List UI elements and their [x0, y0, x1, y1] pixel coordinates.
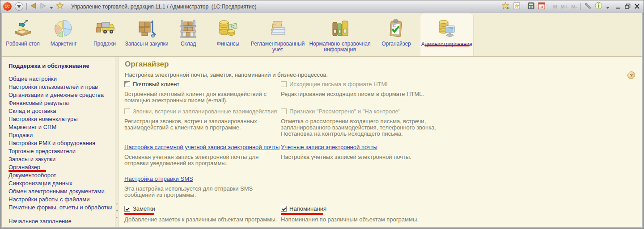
sidebar-item-edi[interactable]: Обмен электронными документами: [8, 187, 105, 196]
window-title: Управление торговлей, редакция 11.1 / Ад…: [71, 4, 256, 10]
help-button[interactable]: ?: [627, 71, 635, 79]
tab-warehouse[interactable]: Склад: [169, 13, 208, 56]
minimize-button[interactable]: [616, 3, 621, 11]
mail-client-checkbox[interactable]: Почтовый клиент: [124, 81, 179, 87]
sidebar-item-data-sync[interactable]: Синхронизация данных: [8, 179, 72, 187]
sidebar-item-trade-reps[interactable]: Торговые представители: [8, 147, 76, 155]
tab-master-data[interactable]: Нормативно-справочная информация: [307, 13, 373, 56]
sidebar-item-initial-filling[interactable]: Начальное заполнение: [8, 218, 72, 225]
tab-label: Маркетинг: [51, 41, 76, 47]
checkbox-icon: [124, 108, 130, 114]
folder-documents-icon: [267, 18, 288, 39]
reminders-description: Напоминания по различным объектам програ…: [281, 217, 456, 223]
sidebar-item-user-settings[interactable]: Настройки пользователей и прав: [8, 83, 98, 91]
sidebar-item-document-flow[interactable]: Документооборот: [8, 171, 56, 179]
service-wrench-icon[interactable]: [585, 2, 591, 11]
sidebar-item-rmk-equipment[interactable]: Настройки РМК и оборудования: [8, 139, 95, 147]
back-button[interactable]: [30, 3, 37, 11]
app-window: 1С Управление торговлей, редакция 11.1 /…: [0, 0, 644, 229]
restore-button[interactable]: [625, 3, 631, 11]
pie-chart-icon: [53, 18, 74, 39]
sidebar-splitter[interactable]: [115, 57, 119, 227]
1c-logo-icon: 1С: [3, 2, 12, 11]
tab-marketing[interactable]: Маркетинг: [42, 13, 85, 56]
history-dropdown-icon[interactable]: [50, 3, 53, 11]
calculator-icon[interactable]: [528, 2, 534, 11]
page-title: Органайзер: [125, 60, 169, 69]
divider: [524, 3, 524, 10]
tab-label: Нормативно-справочная информация: [307, 41, 373, 53]
section-ribbon: Рабочий стол Маркетинг Продажи Запасы и …: [2, 13, 642, 57]
database-monitor-icon: [436, 18, 458, 40]
reminders-checkbox[interactable]: Напоминания: [281, 205, 326, 212]
shelf-rack-icon: [178, 18, 199, 39]
splitter-grip: [116, 204, 118, 206]
sidebar-item-nomenclature[interactable]: Настройки номенклатуры: [8, 115, 78, 123]
sidebar-item-sales[interactable]: Продажи: [8, 131, 33, 139]
sidebar-item-financial-result[interactable]: Финансовый результат: [8, 99, 70, 107]
tab-label: Рабочий стол: [6, 41, 39, 47]
sidebar-item-print-forms[interactable]: Печатные формы, отчеты и обработки: [8, 204, 113, 212]
tab-label: Органайзер: [381, 41, 411, 47]
sidebar-item-organizer[interactable]: Органайзер: [8, 163, 40, 171]
tab-regulated-accounting[interactable]: Регламентированный учет: [248, 13, 307, 56]
calls-meetings-description: Регистрация звонков, встреч и запланиров…: [124, 118, 280, 131]
red-underline-annotation: [124, 213, 154, 215]
sidebar-item-inventory[interactable]: Запасы и закупки: [8, 155, 55, 163]
html-mail-description: Редактирование исходящих писем в формате…: [281, 91, 456, 97]
tab-label: Регламентированный учет: [248, 41, 307, 53]
sidebar-item-file-settings[interactable]: Настройки работы с файлами: [8, 196, 89, 204]
red-underline-annotation: [281, 213, 323, 215]
favorites-star-icon[interactable]: [56, 2, 64, 11]
checkbox-label: Звонки, встречи и запланированные взаимо…: [133, 108, 277, 115]
checkbox-icon: [124, 81, 130, 87]
system-mail-account-description: Основная учетная запись электронной почт…: [124, 154, 280, 167]
memory-m-minus-button[interactable]: M-: [571, 4, 577, 9]
sms-settings-description: Эта настройка используется для отправки …: [124, 186, 280, 198]
notes-description: Добавление заметок к различным объектам …: [124, 217, 280, 223]
tab-sales[interactable]: Продажи: [85, 13, 125, 56]
close-button[interactable]: [634, 3, 640, 11]
sidebar-item-organizations[interactable]: Организации и денежные средства: [8, 91, 104, 99]
sidebar-item-marketing-crm[interactable]: Маркетинг и CRM: [8, 123, 56, 131]
tab-inventory-purchasing[interactable]: Запасы и закупки: [125, 13, 169, 56]
clipboard-check-icon: [386, 18, 407, 39]
calls-meetings-checkbox[interactable]: Звонки, встречи и запланированные взаимо…: [124, 108, 277, 115]
notes-checkbox[interactable]: Заметки: [124, 205, 155, 212]
checkbox-icon: [281, 108, 287, 114]
section-tabs: Рабочий стол Маркетинг Продажи Запасы и …: [2, 13, 642, 56]
memory-m-button[interactable]: M: [553, 4, 557, 9]
calendar-icon[interactable]: 31: [538, 2, 545, 11]
tab-label: Финансы: [217, 41, 239, 47]
info-button[interactable]: [595, 2, 602, 11]
tab-desktop[interactable]: Рабочий стол: [3, 13, 42, 56]
system-mail-account-link[interactable]: Настройка системной учетной записи элект…: [124, 144, 280, 150]
memory-m-plus-button[interactable]: M+: [561, 4, 568, 9]
checkbox-label: Заметки: [133, 205, 155, 212]
page-subtitle: Настройка электронной почты, заметок, на…: [125, 71, 328, 78]
tab-administration[interactable]: Администрирование: [420, 13, 474, 56]
checkbox-label: Напоминания: [289, 205, 326, 212]
red-underline-annotation: [425, 45, 470, 46]
divider: [580, 3, 581, 10]
tab-label: Продажи: [93, 41, 116, 47]
main-menu-button[interactable]: [15, 2, 23, 11]
info-dropdown-icon[interactable]: [606, 3, 610, 11]
tab-label: Запасы и закупки: [125, 41, 168, 47]
tab-organizer[interactable]: Органайзер: [373, 13, 420, 56]
sms-settings-link[interactable]: Настройка отправки SMS: [124, 175, 193, 182]
settings-sidebar: Поддержка и обслуживание Общие настройки…: [2, 57, 115, 227]
binders-icon: [329, 18, 351, 39]
tab-finance[interactable]: Финансы: [208, 13, 248, 56]
reviewed-flags-checkbox[interactable]: Признаки "Рассмотрено" и "На контроле": [281, 108, 400, 115]
mail-accounts-link[interactable]: Учетные записи электронной почты: [281, 144, 377, 150]
checkbox-icon: [281, 206, 287, 212]
sidebar-item-warehouse-delivery[interactable]: Склад и доставка: [8, 107, 56, 115]
html-mail-checkbox[interactable]: Исходящие письма в формате HTML: [281, 81, 390, 87]
sidebar-item-general-settings[interactable]: Общие настройки: [8, 75, 57, 83]
add-favorite-icon[interactable]: [502, 2, 510, 11]
title-bar: 1С Управление торговлей, редакция 11.1 /…: [0, 0, 644, 13]
divider: [26, 3, 27, 10]
show-favorites-icon[interactable]: [513, 2, 520, 11]
forward-button[interactable]: [40, 3, 47, 11]
